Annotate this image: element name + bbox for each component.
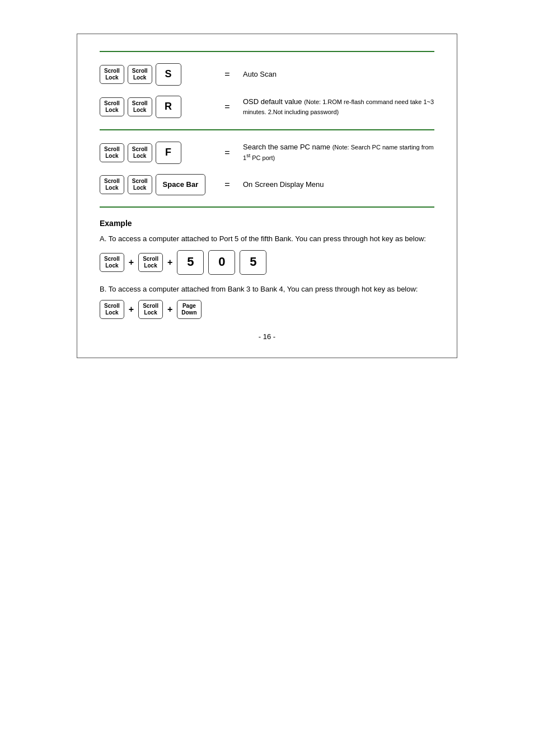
page-number: - 16 - — [100, 332, 434, 341]
bottom-rule-2 — [100, 206, 434, 208]
keys-group-search-pc: ScrollLock ScrollLock F — [100, 142, 212, 164]
key-scroll-lock-ex-b1: ScrollLock — [100, 300, 124, 319]
equals-search-pc: = — [222, 148, 233, 158]
keys-group-osd-default: ScrollLock ScrollLock R — [100, 96, 212, 118]
example-section: Example A. To access a computer attached… — [100, 219, 434, 319]
mid-rule — [100, 129, 434, 130]
key-scroll-lock-7: ScrollLock — [100, 175, 124, 194]
key-page-down: PageDown — [177, 300, 201, 319]
key-scroll-lock-3: ScrollLock — [100, 97, 124, 116]
hotkey-row-osd-menu: ScrollLock ScrollLock Space Bar = On Scr… — [100, 174, 434, 195]
key-spacebar: Space Bar — [156, 174, 206, 195]
example-title: Example — [100, 219, 434, 228]
plus-sign-b1: + — [129, 304, 134, 314]
key-5-a: 5 — [177, 250, 204, 275]
hotkey-row-auto-scan: ScrollLock ScrollLock S = Auto Scan — [100, 63, 434, 86]
key-scroll-lock-1: ScrollLock — [100, 65, 124, 84]
desc-osd-menu: On Screen Display Menu — [243, 180, 434, 190]
desc-auto-scan: Auto Scan — [243, 69, 434, 79]
key-0-a: 0 — [208, 250, 235, 275]
equals-auto-scan: = — [222, 69, 233, 79]
key-scroll-lock-8: ScrollLock — [128, 175, 152, 194]
desc-osd-default: OSD default value (Note: 1.ROM re-flash … — [243, 97, 434, 117]
keys-group-osd-menu: ScrollLock ScrollLock Space Bar — [100, 174, 212, 195]
plus-sign-a1: + — [129, 257, 134, 267]
example-text-b: B. To access a computer attached from Ba… — [100, 284, 434, 295]
key-scroll-lock-ex-a1: ScrollLock — [100, 253, 124, 272]
key-scroll-lock-5: ScrollLock — [100, 143, 124, 162]
key-5-b: 5 — [240, 250, 266, 275]
equals-osd-default: = — [222, 102, 233, 112]
key-scroll-lock-ex-b2: ScrollLock — [138, 300, 163, 319]
hotkey-row-osd-default: ScrollLock ScrollLock R = OSD default va… — [100, 96, 434, 118]
desc-search-pc: Search the same PC name (Note: Search PC… — [243, 142, 434, 163]
key-s: S — [156, 63, 181, 86]
key-f: F — [156, 142, 181, 164]
key-scroll-lock-ex-a2: ScrollLock — [138, 253, 163, 272]
example-keys-b: ScrollLock + ScrollLock + PageDown — [100, 300, 434, 319]
key-scroll-lock-2: ScrollLock — [128, 65, 152, 84]
key-scroll-lock-4: ScrollLock — [128, 97, 152, 116]
top-rule — [100, 51, 434, 52]
key-r: R — [156, 96, 181, 118]
plus-sign-a2: + — [167, 257, 172, 267]
keys-group-auto-scan: ScrollLock ScrollLock S — [100, 63, 212, 86]
example-keys-a: ScrollLock + ScrollLock + 5 0 5 — [100, 250, 434, 275]
example-text-a: A. To access a computer attached to Port… — [100, 233, 434, 245]
hotkey-row-search-pc: ScrollLock ScrollLock F = Search the sam… — [100, 142, 434, 164]
equals-osd-menu: = — [222, 180, 233, 190]
plus-sign-b2: + — [167, 304, 172, 314]
page-container: ScrollLock ScrollLock S = Auto Scan Scro… — [77, 34, 457, 358]
key-scroll-lock-6: ScrollLock — [128, 143, 152, 162]
